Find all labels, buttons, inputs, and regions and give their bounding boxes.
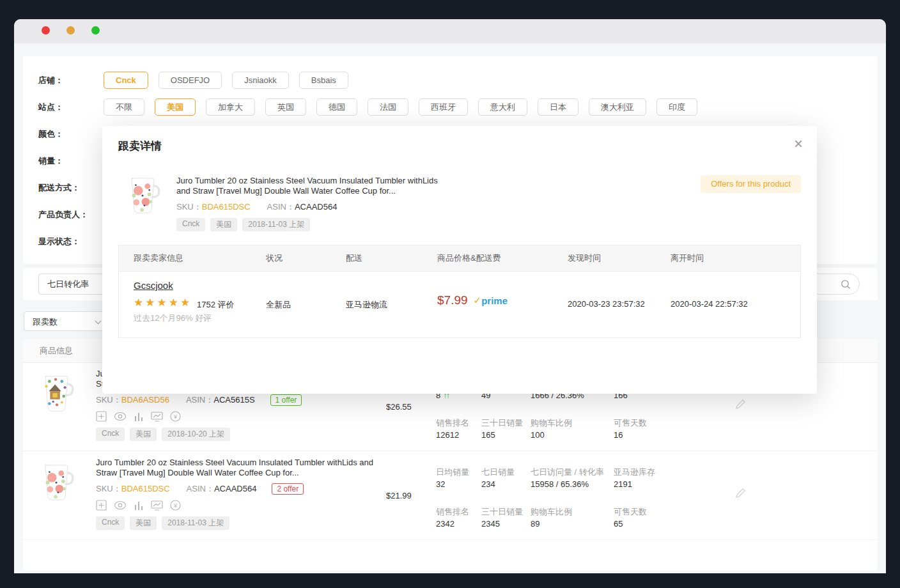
edit-icon[interactable]	[735, 487, 747, 499]
product-ids: SKU：BDA615DSCASIN：ACAAD5642 offer	[96, 483, 380, 495]
edit-icon[interactable]	[735, 398, 747, 410]
maximize-window-icon[interactable]	[91, 26, 100, 35]
product-ids: SKU：BDA6ASD56ASIN：ACA5615S1 offer	[96, 394, 380, 406]
site-option-any[interactable]: 不限	[104, 98, 144, 116]
seller-row: Gcscjook ★★★★★ 1752 评价 过去12个月96% 好评 全新品 …	[119, 272, 800, 337]
minimize-window-icon[interactable]	[66, 26, 75, 35]
site-tag: 美国	[210, 218, 237, 231]
offer-count-badge[interactable]: 1 offer	[270, 394, 302, 406]
rating-note: 过去12个月96% 好评	[134, 313, 212, 324]
product-price: $21.99	[386, 491, 412, 500]
seller-info-column: 跟卖卖家信息	[134, 245, 183, 271]
review-count: 1752 评价	[197, 299, 235, 311]
site-option-fr[interactable]: 法国	[368, 98, 408, 116]
follow-sell-detail-modal: 跟卖详情 × Juro Tumbler 20 oz Stainless Stee…	[102, 126, 817, 394]
prime-badge: prime	[481, 295, 508, 306]
shop-option-cnck[interactable]: Cnck	[104, 72, 148, 89]
fulfillment-column: 配送	[346, 245, 362, 271]
asin-value: ACAAD564	[295, 202, 337, 212]
listing-date-tag: 2018-10-20 上架	[162, 428, 230, 441]
modal-product-title: Juro Tumbler 20 oz Stainless Steel Vacuu…	[176, 176, 451, 196]
site-option-ca[interactable]: 加拿大	[206, 98, 255, 116]
site-option-us[interactable]: 美国	[155, 98, 196, 116]
site-option-uk[interactable]: 英国	[265, 98, 306, 116]
sales-label: 销量：	[38, 155, 104, 167]
watch-icon[interactable]	[114, 500, 127, 510]
sku-value[interactable]: BDA615DSC	[121, 484, 170, 493]
sku-label: SKU：	[96, 484, 121, 493]
asin-label: ASIN：	[187, 484, 214, 493]
site-option-de[interactable]: 德国	[316, 98, 357, 116]
asin-value: ACA5615S	[213, 395, 254, 405]
asin-label: ASIN：	[186, 395, 213, 405]
sku-label: SKU：	[96, 395, 121, 405]
shop-option-bsbais[interactable]: Bsbais	[299, 72, 348, 89]
sku-value[interactable]: BDA6ASD56	[121, 395, 169, 405]
monitor-trend-icon[interactable]	[151, 500, 163, 511]
stat-sellable-days: 可售天数65	[614, 506, 710, 529]
product-tags: Cnck 美国 2018-10-20 上架	[96, 428, 380, 441]
search-icon[interactable]	[840, 279, 851, 290]
sku-value[interactable]: BDA615DSC	[202, 202, 251, 212]
close-icon[interactable]: ×	[794, 135, 803, 153]
chart-icon[interactable]	[134, 500, 144, 511]
owner-label: 产品负责人：	[38, 209, 104, 220]
site-option-jp[interactable]: 日本	[538, 98, 578, 116]
site-option-it[interactable]: 意大利	[478, 98, 527, 116]
currency-yen-icon[interactable]: ¥	[170, 411, 181, 422]
seller-price: $7.99 ✓ prime	[437, 293, 508, 307]
sellers-table: 跟卖卖家信息 状况 配送 商品价格&配送费 发现时间 离开时间 Gcscjook…	[118, 245, 801, 338]
filter-row-owner: 产品负责人：	[38, 206, 104, 223]
site-option-au[interactable]: 澳大利亚	[589, 98, 646, 116]
site-option-in[interactable]: 印度	[656, 98, 697, 116]
sort-select[interactable]: 跟卖数	[24, 311, 108, 331]
svg-text:¥: ¥	[173, 414, 178, 420]
sort-select-label: 跟卖数	[33, 316, 58, 328]
sellers-table-header: 跟卖卖家信息 状况 配送 商品价格&配送费 发现时间 离开时间	[119, 245, 800, 272]
chart-icon[interactable]	[134, 412, 144, 422]
rating-stars-icon: ★★★★★	[134, 296, 192, 309]
seller-fulfillment: 亚马逊物流	[346, 299, 387, 311]
product-info: Juro Tumbler 20 oz Stainless Steel Vacuu…	[96, 458, 380, 530]
stat-sellable-days: 可售天数16	[614, 417, 710, 440]
asin-label: ASIN：	[267, 202, 295, 212]
screen: 店铺： Cnck OSDEFJO Jsniaokk Bsbais 站点： 不限 …	[0, 0, 900, 588]
offer-count-badge[interactable]: 2 offer	[272, 483, 304, 495]
stat-inventory: 亚马逊库存2191	[614, 467, 710, 489]
modal-product-info: Juro Tumbler 20 oz Stainless Steel Vacuu…	[176, 176, 451, 231]
condition-column: 状况	[266, 245, 283, 271]
watch-icon[interactable]	[114, 412, 127, 421]
seller-name-link[interactable]: Gcscjook	[134, 280, 173, 291]
offers-for-product-button[interactable]: Offers for this product	[701, 175, 801, 193]
shop-tag: Cnck	[176, 218, 205, 231]
product-image[interactable]	[37, 461, 77, 504]
modal-product-ids: SKU：BDA615DSCASIN：ACAAD564	[176, 201, 451, 213]
product-row: Juro Tumbler 20 oz Stainless Steel Vacuu…	[23, 451, 878, 540]
display-status-label: 显示状态：	[38, 236, 104, 247]
chevron-down-icon	[95, 320, 102, 325]
add-icon[interactable]	[96, 500, 107, 511]
shop-option-osdefjo[interactable]: OSDEFJO	[159, 72, 222, 89]
close-window-icon[interactable]	[42, 26, 50, 35]
product-price: $26.55	[386, 402, 412, 412]
add-icon[interactable]	[96, 411, 107, 422]
product-image[interactable]	[37, 373, 77, 415]
price-shipping-column: 商品价格&配送费	[437, 245, 501, 271]
monitor-trend-icon[interactable]	[151, 412, 163, 422]
listing-date-tag: 2018-11-03 上架	[242, 218, 310, 231]
modal-product-image	[123, 174, 163, 217]
found-time: 2020-03-23 23:57:32	[568, 299, 645, 309]
site-option-es[interactable]: 西班牙	[419, 98, 468, 116]
delivery-label: 配送方式：	[38, 182, 104, 194]
filter-row-display-status: 显示状态：	[38, 233, 104, 250]
product-actions: ¥	[96, 411, 380, 422]
svg-text:¥: ¥	[173, 502, 178, 509]
color-label: 颜色：	[38, 128, 104, 140]
shop-option-jsniaokk[interactable]: Jsniaokk	[232, 72, 289, 89]
currency-yen-icon[interactable]: ¥	[170, 500, 181, 511]
shop-label: 店铺：	[38, 75, 104, 86]
sku-label: SKU：	[176, 202, 202, 212]
leave-time: 2020-03-24 22:57:32	[671, 299, 748, 309]
site-label: 站点：	[38, 102, 104, 113]
prime-check-icon: ✓	[474, 295, 482, 306]
